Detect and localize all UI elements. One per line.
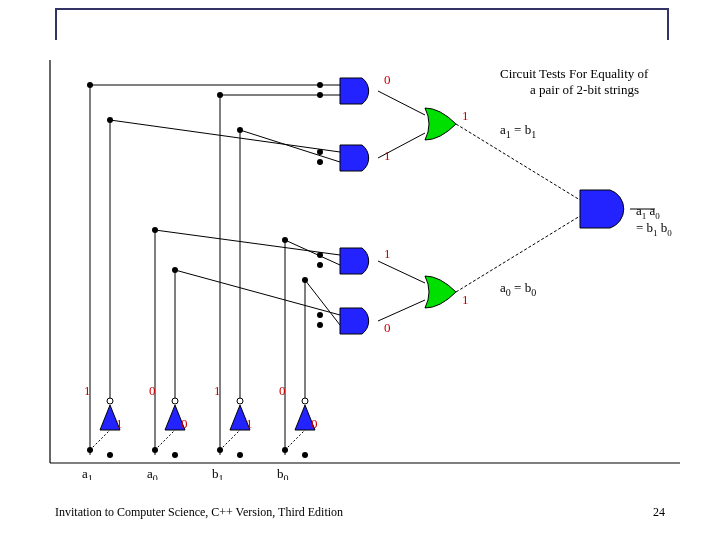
svg-text:a1 
      a0: a1 a0: [636, 203, 660, 221]
svg-text:=
      b1 
      b0: = b1 b0: [636, 220, 672, 238]
svg-point-21: [152, 447, 158, 453]
svg-point-5: [107, 398, 113, 404]
svg-text:a0 = b0: a0 = b0: [500, 280, 536, 298]
svg-point-25: [172, 452, 178, 458]
val-a0: 0: [181, 416, 188, 431]
val-and-lowmid: 1: [384, 246, 391, 261]
svg-line-1: [155, 430, 175, 450]
and-gate-bottom: [340, 308, 369, 334]
val-a0bar: 0: [149, 383, 156, 398]
svg-point-20: [87, 447, 93, 453]
svg-point-54: [317, 322, 323, 328]
footer-text: Invitation to Computer Science, C++ Vers…: [55, 505, 665, 520]
eq-label-top: a1 = b1: [500, 122, 536, 140]
val-or-top: 1: [462, 108, 469, 123]
svg-text:a1 = b1: a1 = b1: [500, 122, 536, 140]
svg-point-24: [107, 452, 113, 458]
or-gate-bottom: [425, 276, 456, 308]
and-gate-top: [340, 78, 369, 104]
svg-line-0: [90, 430, 110, 450]
svg-point-23: [282, 447, 288, 453]
svg-line-2: [220, 430, 240, 450]
svg-point-47: [317, 82, 323, 88]
svg-point-52: [317, 262, 323, 268]
val-b0: 0: [311, 416, 318, 431]
svg-point-27: [302, 452, 308, 458]
circuit-diagram: Circuit Tests For Equality of a pair of …: [40, 60, 680, 480]
svg-point-49: [317, 149, 323, 155]
and-gate-upper-mid: [340, 145, 369, 171]
eq-label-bottom: a0 = b0: [500, 280, 536, 298]
svg-line-35: [305, 280, 340, 325]
or-gate-top: [425, 108, 456, 140]
svg-point-9: [237, 398, 243, 404]
svg-line-36: [378, 91, 425, 115]
svg-line-38: [378, 261, 425, 283]
label-a1: a1: [82, 466, 93, 480]
val-b0bar: 0: [279, 383, 286, 398]
val-a1: 1: [116, 416, 123, 431]
svg-point-51: [317, 252, 323, 258]
and-gate-lower-mid: [340, 248, 369, 274]
svg-point-22: [217, 447, 223, 453]
and-gate-final: [580, 190, 624, 228]
val-b1bar: 1: [214, 383, 221, 398]
svg-point-53: [317, 312, 323, 318]
svg-point-11: [302, 398, 308, 404]
svg-line-3: [285, 430, 305, 450]
page-number: 24: [653, 505, 665, 520]
label-a0: a0: [147, 466, 158, 480]
val-a1bar: 1: [84, 383, 91, 398]
svg-line-30: [110, 120, 340, 152]
diagram-title-2: a pair of 2-bit strings: [530, 82, 639, 97]
val-and-upmid: 1: [384, 148, 391, 163]
svg-point-26: [237, 452, 243, 458]
val-and-bottom: 0: [384, 320, 391, 335]
svg-line-31: [240, 130, 340, 162]
val-or-bottom: 1: [462, 292, 469, 307]
svg-line-39: [378, 300, 425, 321]
svg-point-7: [172, 398, 178, 404]
slide-top-border: [55, 8, 669, 40]
svg-point-50: [317, 159, 323, 165]
val-and-top: 0: [384, 72, 391, 87]
eq-label-final: a1 a0 = b1 b0: [636, 203, 672, 238]
label-b0: b0: [277, 466, 289, 480]
svg-point-48: [317, 92, 323, 98]
svg-line-33: [285, 240, 340, 265]
label-b1: b1: [212, 466, 224, 480]
val-b1: 1: [246, 416, 253, 431]
svg-line-32: [155, 230, 340, 255]
diagram-title-1: Circuit Tests For Equality of: [500, 66, 649, 81]
